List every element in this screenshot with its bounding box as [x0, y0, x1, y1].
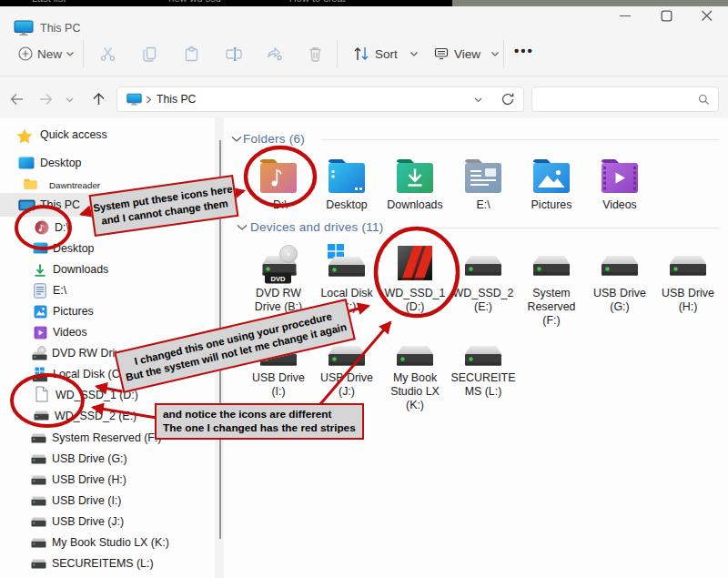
- svg-text:DVD: DVD: [270, 275, 286, 283]
